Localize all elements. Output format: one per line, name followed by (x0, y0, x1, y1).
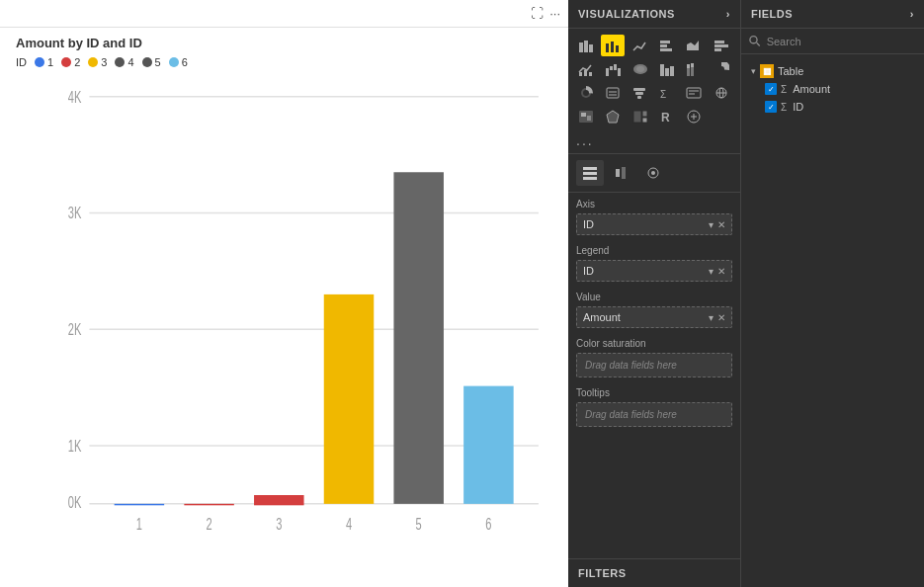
legend-text-4: 4 (127, 56, 133, 68)
chart-area: ⛶ ··· Amount by ID and ID ID 1 2 3 4 5 6 (0, 0, 568, 587)
viz-chevron[interactable]: › (726, 8, 730, 20)
svg-point-53 (583, 90, 589, 96)
tree-group-header[interactable]: ▾ ▦ Table (747, 62, 918, 80)
value-close-icon[interactable]: ✕ (717, 312, 725, 323)
color-saturation-drop[interactable]: Drag data fields here (576, 353, 732, 377)
value-dropdown[interactable]: Amount ▾ ✕ (576, 306, 732, 328)
svg-text:5: 5 (416, 515, 422, 534)
amount-sigma: Σ (781, 84, 787, 95)
value-dropdown-icons: ▾ ✕ (709, 312, 725, 323)
viz-icon-card[interactable] (682, 82, 706, 104)
legend-dot-6 (169, 57, 179, 67)
axis-dropdown[interactable]: ID ▾ ✕ (576, 213, 732, 235)
fields-title: FIELDS (751, 8, 793, 20)
svg-rect-35 (579, 72, 582, 76)
viz-icon-pie[interactable] (710, 58, 733, 80)
chart-legend: ID 1 2 3 4 5 6 (0, 54, 568, 74)
viz-fields-config: Axis ID ▾ ✕ Legend ID ▾ ✕ (568, 193, 740, 558)
viz-icon-stacked-bar[interactable] (574, 35, 598, 56)
amount-checkbox[interactable]: ✓ (765, 83, 777, 95)
viz-icon-stacked-column[interactable] (655, 58, 679, 80)
chart-svg: 4K 3K 2K 1K 0K 1 2 3 4 5 6 (49, 82, 548, 547)
svg-text:0K: 0K (68, 493, 82, 512)
viz-icon-scatter[interactable] (710, 35, 733, 56)
axis-close-icon[interactable]: ✕ (717, 219, 725, 230)
value-section: Value Amount ▾ ✕ (576, 292, 732, 328)
svg-rect-50 (691, 63, 694, 67)
legend-dropdown[interactable]: ID ▾ ✕ (576, 260, 732, 282)
expand-icon[interactable]: ⛶ (531, 6, 544, 21)
viz-dots: ··· (568, 133, 740, 153)
tree-collapse-icon: ▾ (751, 66, 756, 76)
chart-title: Amount by ID and ID (0, 28, 568, 54)
viz-tab-analytics[interactable] (639, 160, 667, 186)
viz-icon-filled-map[interactable] (574, 106, 598, 127)
more-icon[interactable]: ··· (549, 6, 560, 21)
viz-icon-funnel[interactable] (629, 82, 652, 104)
viz-header: VISUALIZATIONS › (568, 0, 740, 29)
svg-rect-41 (618, 68, 621, 76)
legend-dot-1 (35, 57, 44, 67)
axis-label: Axis (576, 199, 732, 210)
search-icon (749, 35, 761, 47)
viz-icon-ribbon[interactable] (629, 58, 652, 80)
svg-rect-73 (642, 111, 647, 117)
svg-rect-34 (714, 48, 721, 51)
fields-chevron[interactable]: › (910, 8, 914, 20)
legend-text-3: 3 (101, 56, 107, 68)
legend-item-3: 3 (88, 56, 107, 68)
tree-group-name: Table (778, 65, 803, 77)
svg-rect-29 (660, 44, 667, 47)
legend-item-2: 2 (61, 56, 80, 68)
tooltips-drop[interactable]: Drag data fields here (576, 402, 732, 427)
legend-section: Legend ID ▾ ✕ (576, 245, 732, 282)
viz-icon-treemap[interactable] (629, 106, 652, 127)
viz-tab-format[interactable] (608, 160, 635, 186)
viz-icon-area[interactable] (682, 35, 706, 56)
viz-icon-donut[interactable] (574, 82, 598, 104)
viz-icon-matrix[interactable]: Σ (655, 82, 679, 104)
svg-rect-23 (584, 41, 588, 52)
viz-icon-bar[interactable] (601, 35, 625, 56)
svg-rect-14 (393, 172, 444, 504)
viz-icon-r-visual[interactable]: R (655, 106, 679, 127)
fields-search[interactable] (741, 29, 924, 54)
svg-rect-49 (691, 67, 694, 76)
svg-rect-74 (642, 118, 647, 123)
viz-icon-column[interactable] (655, 35, 679, 56)
search-input[interactable] (767, 36, 916, 47)
tooltips-section: Tooltips Drag data fields here (576, 387, 732, 427)
svg-rect-15 (463, 386, 514, 504)
svg-rect-59 (635, 92, 643, 95)
legend-item-1: 1 (35, 56, 53, 68)
value-chevron-icon: ▾ (709, 312, 714, 323)
viz-icon-gauge[interactable] (601, 82, 625, 104)
viz-icon-waterfall[interactable] (601, 58, 625, 80)
viz-icon-custom[interactable] (682, 106, 706, 127)
svg-rect-26 (611, 42, 614, 52)
svg-rect-24 (589, 44, 593, 52)
svg-rect-38 (606, 68, 609, 76)
id-checkbox[interactable]: ✓ (765, 101, 777, 113)
viz-icon-line[interactable] (629, 35, 652, 56)
svg-rect-45 (665, 68, 669, 76)
svg-rect-72 (633, 111, 641, 123)
legend-item-6: 6 (169, 56, 188, 68)
viz-icon-combo[interactable] (574, 58, 598, 80)
svg-rect-22 (579, 42, 583, 52)
legend-dot-4 (115, 57, 125, 67)
tree-item-id[interactable]: ✓ Σ ID (747, 98, 918, 116)
legend-close-icon[interactable]: ✕ (717, 266, 725, 277)
viz-icon-100-stacked[interactable] (682, 58, 706, 80)
axis-section: Axis ID ▾ ✕ (576, 199, 732, 235)
axis-value: ID (583, 218, 594, 230)
tree-item-amount[interactable]: ✓ Σ Amount (747, 80, 918, 98)
fields-header: FIELDS › (741, 0, 924, 29)
fields-panel: FIELDS › ▾ ▦ Table ✓ Σ Amount (741, 0, 924, 587)
chart-body: 4K 3K 2K 1K 0K 1 2 3 4 5 6 (0, 74, 568, 587)
svg-rect-58 (633, 88, 645, 91)
viz-icon-shape-map[interactable] (601, 106, 625, 127)
viz-tab-fields[interactable] (576, 160, 604, 186)
svg-point-51 (715, 63, 727, 75)
viz-icon-map[interactable] (710, 82, 733, 104)
